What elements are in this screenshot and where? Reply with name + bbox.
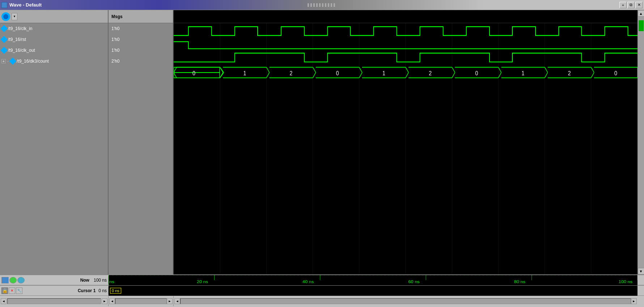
wave-canvas[interactable]: 0 1 2	[174, 23, 637, 274]
lock-icon[interactable]: 🔒	[1, 287, 8, 294]
scrollbar-spacer3	[637, 296, 644, 306]
value-rst: 1'h0	[111, 37, 119, 42]
svg-text:20 ns: 20 ns	[197, 279, 208, 284]
scrollbar-track	[638, 17, 644, 268]
settings-icon[interactable]	[17, 277, 25, 283]
right-scrollbar: ▲ ▼	[637, 10, 644, 274]
cursor-value: 0 ns	[98, 288, 107, 293]
middle-panel-header: Msgs	[109, 10, 173, 23]
svg-text:0: 0	[614, 70, 617, 76]
timeline-bar: ns 20 ns 40 ns 60 ns 80 ns 100 ns	[109, 275, 637, 285]
value-clk-out: 1'h0	[111, 48, 119, 53]
scroll-down-button[interactable]: ▼	[638, 268, 644, 274]
cursor-left: 🔒 ✕ 🔧 Cursor 1 0 ns	[0, 287, 109, 295]
list-item[interactable]: /t9_16/rst	[0, 34, 108, 45]
svg-line-39	[406, 72, 408, 78]
cursor-right: 0 ns	[109, 286, 637, 296]
svg-line-28	[313, 67, 316, 73]
h-scroll-track3[interactable]	[180, 298, 631, 304]
svg-text:60 ns: 60 ns	[408, 279, 419, 284]
svg-text:1: 1	[382, 70, 385, 76]
scrollbar-thumb[interactable]	[639, 20, 644, 31]
svg-text:0: 0	[192, 70, 195, 76]
middle-panel: Msgs 1'h0 1'h0 1'h0 2'h0	[109, 10, 174, 274]
list-item: 1'h0	[109, 34, 173, 45]
signal-list: /t9_16/clk_in /t9_16/rst /t9_16/clk_out …	[0, 23, 108, 274]
bottom-area: Now 100 ns ns 20 ns 40 ns	[0, 274, 644, 307]
svg-line-19	[220, 72, 223, 78]
svg-line-33	[359, 67, 362, 73]
title-text: Wave - Default	[9, 2, 42, 8]
svg-line-23	[266, 67, 269, 73]
cursor-label: Cursor 1	[78, 288, 96, 293]
scroll-right-btn3[interactable]: ►	[631, 298, 637, 304]
combo-dropdown[interactable]: ▼	[12, 13, 17, 20]
wave-icon	[1, 2, 7, 8]
add-button[interactable]: +	[619, 2, 627, 8]
svg-line-24	[266, 72, 269, 78]
svg-line-38	[406, 67, 408, 73]
wave-panel: 0 1 2	[174, 10, 637, 274]
content-area: ▼ /t9_16/clk_in /t9_16/rst /t9_16/clk_ou…	[0, 10, 644, 274]
svg-text:0: 0	[475, 70, 478, 76]
signal-diamond-icon	[9, 58, 16, 65]
title-bar-controls: + ⧉ ✕	[619, 2, 643, 8]
scroll-left-btn2[interactable]: ◄	[109, 298, 115, 304]
tool-icon[interactable]: 🔧	[16, 287, 22, 294]
signal-name-clk-in: /t9_16/clk_in	[8, 26, 32, 31]
svg-text:1: 1	[522, 70, 525, 76]
list-item[interactable]: + /t9_16/dk3/count	[0, 56, 108, 67]
expand-icon[interactable]: +	[1, 59, 6, 63]
svg-line-48	[498, 67, 501, 73]
list-item: 2'h0	[109, 56, 173, 67]
scroll-left-btn3[interactable]: ◄	[174, 298, 180, 304]
scroll-up-button[interactable]: ▲	[638, 10, 644, 17]
svg-line-58	[591, 67, 594, 73]
cursor-time-tag: 0 ns	[110, 288, 121, 294]
bottom-scroll-middle: ◄ ►	[109, 296, 174, 306]
svg-text:100 ns: 100 ns	[619, 279, 632, 284]
h-scroll-track1[interactable]	[7, 298, 101, 304]
status-left-now: Now 100 ns	[0, 276, 109, 284]
resize-handle[interactable]	[308, 3, 336, 7]
svg-text:ns: ns	[109, 279, 114, 284]
sim-icon[interactable]	[9, 277, 17, 283]
list-item: 1'h0	[109, 45, 173, 56]
cursor-icons: 🔒 ✕ 🔧	[1, 287, 22, 294]
wave-header	[174, 10, 637, 23]
value-count: 2'h0	[111, 59, 119, 64]
list-item[interactable]: /t9_16/clk_out	[0, 45, 108, 56]
svg-line-18	[220, 67, 223, 73]
waveform-svg: 0 1 2	[174, 23, 637, 274]
scroll-right-btn2[interactable]: ►	[167, 298, 173, 304]
h-scroll-track2[interactable]	[115, 298, 167, 304]
signal-diamond-icon	[0, 47, 8, 54]
svg-marker-10	[174, 67, 220, 73]
svg-line-54	[545, 72, 548, 78]
title-bar: Wave - Default + ⧉ ✕	[0, 0, 644, 10]
signal-icon	[1, 12, 10, 21]
bottom-scroll-area: ◄ ► ◄ ► ◄ ►	[0, 295, 644, 306]
svg-line-44	[452, 72, 455, 78]
svg-line-59	[591, 72, 594, 78]
timeline-svg: ns 20 ns 40 ns 60 ns 80 ns 100 ns	[109, 275, 637, 285]
svg-text:0: 0	[336, 70, 339, 76]
svg-line-49	[498, 72, 501, 78]
main-container: ▼ /t9_16/clk_in /t9_16/rst /t9_16/clk_ou…	[0, 10, 644, 307]
signal-name-rst: /t9_16/rst	[8, 37, 26, 42]
svg-text:1: 1	[243, 70, 246, 76]
connector-line	[7, 61, 9, 62]
delete-icon[interactable]: ✕	[9, 287, 15, 294]
msgs-label: Msgs	[111, 14, 123, 19]
signal-name-clk-out: /t9_16/clk_out	[8, 48, 35, 53]
list-item[interactable]: /t9_16/clk_in	[0, 23, 108, 34]
close-button[interactable]: ✕	[635, 2, 643, 8]
value-list: 1'h0 1'h0 1'h0 2'h0	[109, 23, 173, 274]
scroll-left-btn1[interactable]: ◄	[1, 298, 7, 304]
resize-button[interactable]: ⧉	[627, 2, 635, 8]
monitor-icon[interactable]	[1, 277, 9, 283]
svg-text:2: 2	[568, 70, 571, 76]
svg-line-43	[452, 67, 455, 73]
scroll-right-btn1[interactable]: ►	[102, 298, 107, 304]
svg-line-34	[359, 72, 362, 78]
